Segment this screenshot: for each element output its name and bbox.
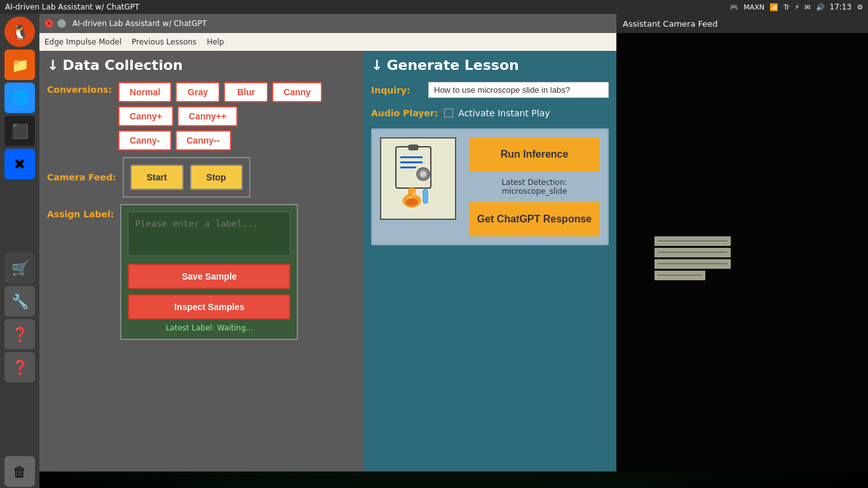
- vscode-icon: ✖: [14, 156, 25, 172]
- ubuntu-icon: 🐧: [11, 24, 29, 40]
- window-title: AI-driven Lab Assistant w/ ChatGPT: [72, 19, 207, 28]
- store-icon: 🛒: [11, 261, 29, 276]
- window-menubar: Edge Impulse Model Previous Lessons Help: [39, 33, 616, 51]
- data-collection-title: ↓ Data Collection: [47, 57, 356, 73]
- inspect-samples-button[interactable]: Inspect Samples: [128, 294, 290, 320]
- menu-previous-lessons[interactable]: Previous Lessons: [132, 37, 196, 46]
- assign-label-section: Assign Label: Save Sample Inspect Sample…: [47, 204, 356, 340]
- svg-rect-13: [400, 161, 423, 163]
- conv-btn-blur[interactable]: Blur: [224, 82, 268, 102]
- latest-detection-text: Latest Detection: microscope_slide: [469, 178, 600, 196]
- conv-btn-gray[interactable]: Gray: [175, 82, 220, 102]
- taskbar-item-vscode[interactable]: ✖: [4, 149, 35, 179]
- conv-btn-canny-minus-minus[interactable]: Canny--: [175, 130, 231, 151]
- window-close-button[interactable]: ✕: [44, 19, 53, 28]
- taskbar-item-help2[interactable]: ❓: [4, 352, 35, 383]
- label-input[interactable]: [128, 212, 290, 256]
- inference-section: Run Inference Latest Detection: microsco…: [371, 128, 609, 245]
- camera-start-button[interactable]: Start: [130, 165, 184, 190]
- conv-row-3: Canny- Canny--: [118, 130, 322, 151]
- inference-row: Run Inference Latest Detection: microsco…: [380, 137, 600, 236]
- lab-icon-svg: [386, 144, 450, 214]
- generate-lesson-title: ↓ Generate Lesson: [371, 57, 609, 73]
- terminal-icon: ⬛: [11, 123, 29, 139]
- trash-icon: 🗑: [13, 464, 27, 480]
- camera-stop-button[interactable]: Stop: [190, 165, 243, 190]
- inference-buttons: Run Inference Latest Detection: microsco…: [469, 137, 600, 236]
- assign-label-text: Assign Label:: [47, 204, 114, 219]
- menu-edge-impulse[interactable]: Edge Impulse Model: [44, 37, 121, 46]
- svg-rect-14: [400, 166, 416, 168]
- inquiry-input[interactable]: How to use microscope slide in labs?: [428, 82, 609, 98]
- svg-rect-12: [400, 156, 423, 158]
- browser-icon: 🌐: [11, 90, 29, 106]
- audio-label: Audio Player:: [371, 108, 438, 118]
- conv-btn-canny-plus-plus[interactable]: Canny++: [177, 106, 238, 126]
- inquiry-label: Inquiry:: [371, 85, 422, 95]
- svg-point-21: [412, 193, 415, 196]
- run-inference-button[interactable]: Run Inference: [469, 137, 600, 172]
- panel-generate-lesson: ↓ Generate Lesson Inquiry: How to use mi…: [363, 51, 616, 471]
- help1-icon: ❓: [11, 327, 29, 342]
- chatgpt-response-button[interactable]: Get ChatGPT Response: [469, 202, 600, 236]
- menu-help[interactable]: Help: [207, 37, 224, 46]
- svg-point-16: [420, 171, 426, 177]
- system-time: 17:13: [830, 3, 852, 11]
- conversions-buttons: Normal Gray Blur Canny Canny+ Canny++ Ca…: [118, 82, 322, 151]
- camera-feed-panel-title: Assistant Camera Feed: [623, 19, 718, 29]
- activate-instant-play-label: Activate Instant Play: [458, 108, 550, 118]
- conv-btn-canny-minus[interactable]: Canny-: [118, 130, 171, 151]
- camera-feed-label: Camera Feed:: [47, 172, 116, 182]
- panel-data-collection: ↓ Data Collection Conversions: Normal Gr…: [39, 51, 363, 471]
- nvidia-icon: 🎮: [729, 3, 738, 11]
- generate-arrow-icon: ↓: [371, 57, 383, 73]
- camera-feed-panel: Assistant Camera Feed: [616, 14, 868, 471]
- files-icon: 📁: [11, 57, 29, 73]
- taskbar-item-files[interactable]: 📁: [4, 50, 35, 80]
- camera-feed-svg: [616, 33, 868, 471]
- section-arrow-icon: ↓: [47, 57, 58, 73]
- tr-icon: Tr: [783, 3, 790, 11]
- camera-controls-box: Start Stop: [123, 157, 250, 198]
- conv-btn-canny-plus[interactable]: Canny+: [118, 106, 173, 126]
- mail-icon: ✉: [804, 3, 810, 11]
- svg-point-22: [410, 197, 412, 199]
- latest-label-status: Latest Label: Waiting...: [128, 323, 290, 332]
- conv-btn-normal[interactable]: Normal: [118, 82, 172, 102]
- save-sample-button[interactable]: Save Sample: [128, 264, 290, 289]
- taskbar-item-browser[interactable]: 🌐: [4, 83, 35, 113]
- taskbar: 🐧 📁 🌐 ⬛ ✖ 🛒 🔧 ❓ ❓ 🗑: [0, 14, 39, 488]
- audio-checkbox-area: Activate Instant Play: [444, 108, 550, 118]
- system-bar-title: AI-driven Lab Assistant w/ ChatGPT: [5, 3, 139, 11]
- volume-icon: 🔊: [816, 3, 825, 11]
- taskbar-item-settings[interactable]: 🔧: [4, 286, 35, 316]
- activate-instant-play-checkbox[interactable]: [444, 109, 453, 118]
- system-bar-right: 🎮 MAXN 📶 Tr ⚡ ✉ 🔊 17:13 ⚙: [729, 3, 863, 11]
- svg-rect-20: [423, 189, 428, 203]
- taskbar-item-help1[interactable]: ❓: [4, 319, 35, 349]
- window-content: ↓ Data Collection Conversions: Normal Gr…: [39, 51, 616, 471]
- conv-row-1: Normal Gray Blur Canny: [118, 82, 322, 102]
- taskbar-item-store[interactable]: 🛒: [4, 253, 35, 283]
- taskbar-item-terminal[interactable]: ⬛: [4, 116, 35, 146]
- conversions-label: Conversions:: [47, 82, 112, 95]
- wifi-icon: 📶: [770, 3, 778, 11]
- conv-btn-canny[interactable]: Canny: [272, 82, 322, 102]
- help2-icon: ❓: [11, 360, 29, 376]
- window-titlebar: ✕ AI-driven Lab Assistant w/ ChatGPT: [39, 14, 616, 33]
- bluetooth-icon: ⚡: [795, 3, 800, 11]
- maxn-label: MAXN: [743, 3, 764, 11]
- system-bar-left: AI-driven Lab Assistant w/ ChatGPT: [5, 3, 139, 11]
- conversions-section: Conversions: Normal Gray Blur Canny Cann…: [47, 82, 356, 151]
- taskbar-item-trash[interactable]: 🗑: [4, 456, 35, 487]
- system-bar: AI-driven Lab Assistant w/ ChatGPT 🎮 MAX…: [0, 0, 868, 14]
- taskbar-item-ubuntu[interactable]: 🐧: [4, 17, 35, 47]
- main-window: ✕ AI-driven Lab Assistant w/ ChatGPT Edg…: [39, 14, 616, 471]
- power-icon: ⚙: [857, 3, 863, 11]
- camera-feed-section: Camera Feed: Start Stop: [47, 157, 356, 198]
- camera-feed-header: Assistant Camera Feed: [616, 14, 868, 33]
- lab-icon-area: [380, 137, 456, 220]
- svg-rect-11: [409, 145, 418, 150]
- window-minimize-button[interactable]: [57, 19, 66, 28]
- conv-row-2: Canny+ Canny++: [118, 106, 322, 126]
